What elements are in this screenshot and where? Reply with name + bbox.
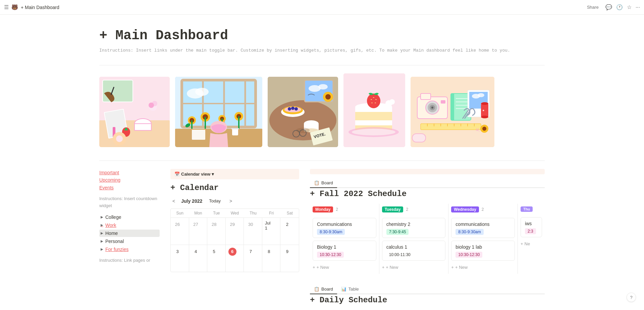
svg-rect-41 [192,130,205,140]
upcoming-link[interactable]: Upcoming [99,176,160,184]
wednesday-card-1[interactable]: communications 8:30-9:30am [451,218,515,238]
calendar-view-dropdown[interactable]: 📅 Calendar view ▾ [174,172,214,177]
cal-cell-jul5[interactable]: 5 [207,245,226,272]
help-button[interactable]: ? [627,293,636,302]
thursday-card-1-title: iws [525,221,538,226]
thursday-badge: Thu [521,206,533,212]
cal-week-2: 3 4 5 6 7 8 9 [171,245,299,272]
tuesday-card-2[interactable]: calculus 1 10:00-11:30 [382,241,446,261]
daily-table-tab[interactable]: 📊 Table [337,285,363,294]
next-month-button[interactable]: > [227,198,234,204]
events-link[interactable]: Events [99,184,160,191]
cal-cell-jun30[interactable]: 30 [244,218,262,245]
wednesday-card-1-time: 8:30-9:30am [455,229,483,235]
sidebar-instructions-2: Instructions: Link pages or [99,257,160,264]
svg-point-25 [195,88,209,96]
tuesday-card-1[interactable]: chemistry 2 7:30-9:45 [382,218,446,238]
svg-point-15 [116,135,123,142]
sidebar-item-personal[interactable]: ▶ Personal [99,238,160,245]
schedule-columns: Monday 2 Communications 8:30-9:30am Biol… [310,204,545,274]
board-tab-active[interactable]: 📋 Board [310,178,337,188]
daily-board-label: Board [321,287,333,292]
cal-cell-jul6[interactable]: 6 [226,245,244,272]
history-icon[interactable]: 🕐 [616,4,623,10]
svg-rect-70 [355,120,392,125]
svg-point-77 [371,103,373,103]
monday-card-1[interactable]: Communications 8:30-9:30am [313,218,376,238]
monday-card-2-time: 10:30-12:30 [317,252,344,258]
schedule-header-bar [310,169,545,174]
daily-board-icon: 📋 [314,287,319,292]
thursday-card-1-time: 2:3 [525,228,536,234]
tuesday-card-2-time: 10:00-11:30 [386,252,413,258]
wednesday-header: Wednesday 2 [451,204,515,215]
daily-board-tab[interactable]: 📋 Board [310,285,337,294]
tuesday-card-1-time: 7:30-9:45 [386,229,409,235]
important-link[interactable]: Important [99,169,160,176]
svg-rect-69 [355,112,392,120]
cal-cell-jun28[interactable]: 28 [207,218,226,245]
svg-point-73 [367,94,380,108]
svg-point-10 [149,103,154,108]
plus-icon-monday: + [313,265,315,270]
comment-icon[interactable]: 💬 [605,4,612,10]
cal-day-sat: Sat [280,209,299,218]
hamburger-icon[interactable]: ☰ [4,4,9,10]
calendar-month: July 2022 [181,198,202,204]
gallery-divider [99,161,545,161]
monday-card-2[interactable]: Biology 1 10:30-12:30 [313,241,376,261]
cal-cell-jul1[interactable]: Jul 1 [262,218,281,245]
tuesday-badge: Tuesday [382,206,404,212]
cal-cell-jun26[interactable]: 26 [171,218,189,245]
cal-cell-jul7[interactable]: 7 [244,245,262,272]
cal-cell-jul8[interactable]: 8 [262,245,281,272]
left-sidebar: Important Upcoming Events Instructions: … [99,169,160,310]
daily-schedule-title: + Daily Schedule [310,296,545,305]
chevron-right-icon: ▶ [101,215,103,219]
cal-cell-jun29[interactable]: 29 [226,218,244,245]
board-tab-icon: 📋 [314,180,319,185]
board-tab-label: Board [321,180,333,185]
svg-point-80 [389,99,395,105]
thursday-card-1[interactable]: iws 2:3 [521,217,542,237]
monday-card-2-title: Biology 1 [317,244,372,250]
wednesday-count: 2 [482,207,484,212]
calendar-nav: < July 2022 Today > [170,198,299,204]
top-bar-right: Share 💬 🕐 ☆ ··· [584,3,640,11]
svg-rect-43 [231,128,239,129]
cal-cell-jul3[interactable]: 3 [171,245,189,272]
more-icon[interactable]: ··· [636,4,640,10]
svg-rect-120 [412,134,426,142]
today-button[interactable]: Today [206,198,223,204]
star-icon[interactable]: ☆ [627,4,632,10]
cal-cell-jul9[interactable]: 9 [280,245,299,272]
cal-cell-jul2[interactable]: 2 [280,218,299,245]
wednesday-add-new[interactable]: + + New [451,263,515,271]
monday-add-new[interactable]: + + New [313,263,376,271]
share-button[interactable]: Share [584,3,601,11]
wednesday-card-2[interactable]: biology 1 lab 10:30-12:30 [451,241,515,261]
sidebar-item-work[interactable]: ▶ Work [99,222,160,229]
sidebar-item-funzies[interactable]: ▶ For funzies [99,246,160,253]
cal-cell-jul4[interactable]: 4 [189,245,208,272]
sidebar-instructions-1: Instructions: Insert countdown widget [99,195,160,209]
cal-cell-jun27[interactable]: 27 [189,218,208,245]
top-divider [99,65,545,65]
svg-rect-32 [205,117,206,130]
plus-icon-wednesday: + [451,265,454,270]
monday-card-1-time: 8:30-9:30am [317,229,345,235]
svg-point-78 [375,103,376,103]
page-subtitle: Instructions: Insert links under the mai… [99,47,545,54]
page-emoji: 🐻 [11,4,18,10]
thursday-add-new[interactable]: + Ne [521,240,542,248]
tuesday-add-new[interactable]: + + New [382,263,446,271]
prev-month-button[interactable]: < [170,198,177,204]
cal-day-mon: Mon [189,209,208,218]
sidebar-item-home[interactable]: ▶ Home [99,230,160,237]
svg-point-55 [294,107,298,111]
cal-day-thu: Thu [244,209,262,218]
monday-badge: Monday [313,206,333,212]
sidebar-item-college[interactable]: ▶ College [99,213,160,221]
wednesday-card-2-time: 10:30-12:30 [455,252,482,258]
sidebar-label-home: Home [105,231,118,236]
